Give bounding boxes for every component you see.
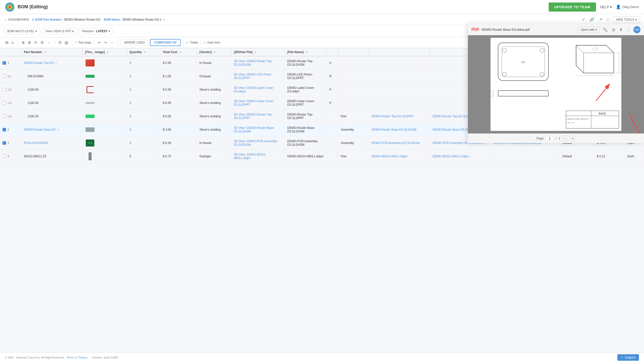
settings-btn[interactable]: ⚙ [39, 39, 45, 46]
filter-icon-file[interactable]: ▼ [305, 51, 308, 54]
filter-icon-vendor[interactable]: ▼ [214, 51, 216, 54]
arrow-btn[interactable]: → [46, 40, 52, 46]
row-checkbox-2[interactable] [3, 128, 6, 131]
footer-privacy[interactable]: Privacy [78, 356, 88, 359]
hide-tools-button[interactable]: HIDE TOOLS ▾ [613, 16, 640, 23]
row-checkbox-3[interactable] [3, 141, 6, 145]
expand-arrow-1[interactable]: ▾ [55, 62, 57, 64]
3d-view-link-1-2[interactable]: 3D View: DEMO-Label Cover-D3.sldprt [234, 86, 274, 93]
svg-text:DEMO-Router Base-D3: DEMO-Router Base-D3 [567, 118, 589, 120]
row-num-3: 3 [0, 136, 21, 150]
more-btn[interactable]: ⋯ [109, 39, 115, 46]
text-wrap-group: ✓ Text wrap [75, 41, 91, 44]
3d-view-link-2[interactable]: 3D View: DEMO-Router Base-D3.SLDASM [234, 126, 274, 133]
open-with-button[interactable]: Open with ▾ [578, 27, 600, 33]
part-link-2[interactable]: DEMO-Router Base-D3 [24, 128, 56, 131]
pdf-download-btn[interactable]: ⬇ [618, 26, 624, 33]
extra-1-2: P [327, 83, 338, 96]
view-button[interactable]: View VIEW IS OFF ▾ [42, 28, 77, 34]
share2-icon-btn[interactable]: ↗ [598, 16, 603, 23]
filter-icon-3d[interactable]: ▼ [254, 51, 257, 54]
dashboard-link[interactable]: ← DASHBOARD [4, 18, 29, 21]
thumb-3: PCB [83, 136, 127, 150]
row-checkbox-1-1[interactable] [3, 75, 6, 78]
link1-2: DEMO-Router Base-D3.SLDASM [369, 123, 430, 136]
row-checkbox-1-4[interactable] [3, 115, 6, 118]
link1-4-a[interactable]: DEMO-90310-08011.sldprt [371, 155, 407, 158]
autoform-group: ✓ Auto form [203, 41, 220, 45]
link-icon-btn[interactable]: 🔗 [588, 16, 595, 23]
3d-view-link-1[interactable]: 3D View: DEMO-Router Top-D3.SLDASM [234, 59, 272, 66]
zoom-in-button[interactable]: + [570, 136, 575, 141]
expand-arrow-2[interactable]: ▾ [58, 128, 59, 131]
part-link-1[interactable]: DEMO-Router Top-D3 [24, 61, 54, 65]
filter-icon-cost[interactable]: ▼ [179, 51, 182, 54]
undo-btn[interactable]: ↩ [96, 39, 102, 46]
format-btn[interactable]: ▤ [63, 39, 69, 46]
align-btn[interactable]: ☰ [57, 39, 63, 46]
link2-4-a[interactable]: DEMO-90310-08011.sldprt.... [432, 155, 472, 158]
3d-view-link-1-1[interactable]: 3D View: DEMO-LED Prism-D3.SLDPRT [234, 73, 272, 80]
bookmark-icon-btn[interactable]: □ [606, 16, 610, 23]
row-checkbox-1-3[interactable] [3, 101, 6, 105]
3d-view-link-1-4[interactable]: 3D View: DEMO-Router Top-D3.SLDPRT [234, 113, 272, 120]
share-icon-btn[interactable]: ⤢ [581, 16, 586, 23]
3d-view-link-3[interactable]: 3D View: DEMO-PCB Assembly-D3.SLDASM [234, 139, 278, 147]
list-icon-btn[interactable]: ≡ [10, 40, 15, 46]
add-child-btn[interactable]: ⊕ [27, 39, 32, 46]
pdf-search-btn[interactable]: 🔍 [602, 26, 609, 33]
price-4: $ 0.12 [594, 150, 625, 163]
row-num-1-4: 1.4 [0, 110, 21, 123]
col-num [0, 48, 21, 56]
edit-icon[interactable]: ✏ [163, 18, 166, 21]
link1-2-a[interactable]: DEMO-Router Base-D3.SLDASM [371, 128, 416, 131]
row-checkbox-1[interactable] [3, 61, 6, 65]
pdf-title: DEMO-Router Base-D3.sldrw.pdf [481, 28, 530, 31]
pdf-header-right: Open with ▾ 🔍 🖨 ⬇ ⋮ OD [578, 26, 640, 33]
row-num-1-3: 1.3 [0, 96, 21, 110]
help-button[interactable]: HELP ▾ [600, 5, 612, 9]
file-1-1: DEMO-LED Prism-D3.SLDPRT [285, 70, 327, 83]
support-button[interactable]: ✓ Support [617, 354, 639, 360]
row-checkbox-1-2[interactable] [3, 88, 6, 91]
3d-view-link-4[interactable]: 3D View: DEMO-90310-08011.sldprt [234, 153, 266, 160]
thumb-2 [83, 123, 127, 136]
link1-3-a[interactable]: DEMO-PCB Assembly-D3.SLDASM [371, 141, 419, 145]
page-footer: © 2021 · Newman Cloud Inc. All Right Res… [0, 352, 644, 360]
filter-icon-qty[interactable]: ▼ [144, 51, 146, 54]
3d-view-link-1-3[interactable]: 3D View: DEMO-Outer Cover-D3.SLDPRT [234, 99, 274, 106]
copyright: © 2021 · Newman Cloud Inc. All Right Res… [5, 356, 65, 359]
footer-version: Version: -build-13897 [92, 356, 118, 359]
page-input[interactable] [546, 136, 554, 141]
row-checkbox-4[interactable] [3, 155, 6, 158]
link1-1 [369, 56, 430, 70]
vendor-1-3: Steve's molding [197, 96, 231, 110]
file-1-2: DEMO-Label Cover-D3.sldprt [285, 83, 327, 96]
revision-button[interactable]: Revision LATEST ▾ [79, 28, 113, 34]
3d-link-1-4: 3D View: DEMO-Router Top-D3.SLDPRT [231, 110, 285, 123]
chevron-down-icon2: ▾ [595, 28, 597, 31]
composed-of-button[interactable]: COMPOSED OF [150, 39, 181, 46]
filter-icon-thumb[interactable]: ▼ [107, 51, 109, 54]
pdf-more-btn[interactable]: ⋮ [626, 26, 631, 33]
filter-icon-part[interactable]: ▼ [44, 51, 47, 54]
part-link-3[interactable]: PCB-2234-DEMO [24, 141, 48, 145]
pdf-panel: PDF DEMO-Router Base-D3.sldrw.pdf Open w… [468, 24, 644, 143]
pdf-print-btn[interactable]: 🖨 [611, 26, 616, 33]
grid-icon-btn[interactable]: ⊞ [4, 39, 10, 46]
bom-multilevel-button[interactable]: BOM MULTI-LEVEL ▾ [4, 28, 40, 34]
refresh-btn[interactable]: ↻ [33, 39, 39, 46]
redo-btn[interactable]: ↪ [103, 39, 108, 46]
pdf-icon: PDF [471, 27, 479, 32]
cost-2: $ 3.00 [160, 123, 197, 136]
where-used-button[interactable]: WHERE USED [120, 39, 148, 46]
upgrade-button[interactable]: UPGRADE TO TEAM [549, 3, 596, 12]
zoom-out-button[interactable]: − [562, 136, 568, 141]
file-3: DEMO-PCB Assembly-D3.SLDASM [285, 136, 327, 150]
svg-point-3 [9, 6, 11, 8]
open-with-label: Open with [581, 28, 594, 31]
footer-terms[interactable]: Terms [66, 356, 74, 359]
footer-left: © 2021 · Newman Cloud Inc. All Right Res… [5, 356, 118, 359]
link1-1-4-a[interactable]: DEMO-Router Top-D3.SLDPRT [371, 115, 414, 118]
add-row-btn[interactable]: ⊕ [20, 39, 26, 46]
